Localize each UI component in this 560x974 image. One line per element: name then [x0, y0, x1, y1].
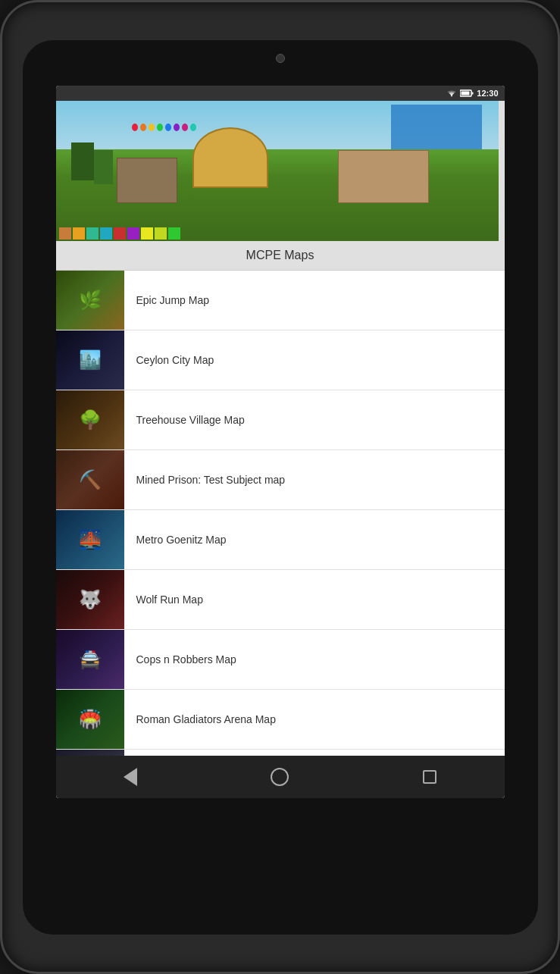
mc-structure1	[117, 158, 177, 203]
mc-water	[391, 105, 482, 150]
color-swatch	[86, 227, 99, 240]
color-swatch	[168, 227, 180, 240]
map-thumbnail: 🏙️	[56, 330, 124, 390]
map-name: Metro Goenitz Map	[124, 534, 505, 546]
bottom-navigation	[56, 756, 505, 798]
list-item[interactable]: 🌳Treehouse Village Map	[56, 390, 505, 450]
recents-button[interactable]	[415, 762, 445, 792]
list-item[interactable]: ⛏️Mined Prison: Test Subject map	[56, 450, 505, 510]
mc-tree2	[94, 150, 113, 184]
list-item[interactable]: 🌉Metro Goenitz Map	[56, 510, 505, 570]
thumbnail-bg: 🌳	[56, 390, 124, 449]
mc-tree1	[71, 142, 94, 180]
content-area: MCPE Maps 🌿Epic Jump Map🏙️Ceylon City Ma…	[56, 241, 505, 756]
balloon	[157, 124, 163, 131]
balloons	[132, 124, 196, 131]
back-button[interactable]	[115, 762, 145, 792]
map-name: Roman Gladiators Arena Map	[124, 713, 505, 725]
balloon	[140, 124, 146, 131]
thumbnail-bg: 🚔	[56, 630, 124, 689]
mc-structure2	[192, 127, 268, 188]
list-item[interactable]: ⚔️Adventure Map	[56, 750, 505, 756]
map-thumbnail: 🚔	[56, 630, 124, 689]
map-thumbnail: 🌳	[56, 390, 124, 449]
scrollbar-track[interactable]	[499, 101, 505, 241]
map-thumbnail: ⛏️	[56, 450, 124, 509]
thumbnail-bg: ⚔️	[56, 750, 124, 756]
battery-icon	[460, 89, 474, 97]
list-item[interactable]: 🏙️Ceylon City Map	[56, 330, 505, 390]
map-list: 🌿Epic Jump Map🏙️Ceylon City Map🌳Treehous…	[56, 271, 505, 756]
color-swatch	[73, 227, 85, 240]
color-swatch	[114, 227, 126, 240]
map-name: Cops n Robbers Map	[124, 653, 505, 666]
map-thumbnail: 🏟️	[56, 690, 124, 749]
map-name: Epic Jump Map	[124, 294, 505, 306]
color-swatch	[141, 227, 153, 240]
list-item[interactable]: 🐺Wolf Run Map	[56, 570, 505, 630]
map-name: Ceylon City Map	[124, 354, 505, 366]
balloon	[165, 124, 171, 131]
map-thumbnail: 🐺	[56, 570, 124, 629]
map-name: Mined Prison: Test Subject map	[124, 474, 505, 486]
thumbnail-bg: 🐺	[56, 570, 124, 629]
balloon	[182, 124, 188, 131]
balloon	[149, 124, 155, 131]
thumbnail-bg: 🏙️	[56, 330, 124, 390]
map-name: Treehouse Village Map	[124, 414, 505, 426]
recents-icon	[423, 770, 436, 784]
front-camera	[276, 54, 285, 63]
status-time: 12:30	[477, 89, 498, 98]
map-thumbnail: 🌿	[56, 271, 124, 330]
home-button[interactable]	[264, 762, 295, 792]
list-item[interactable]: 🏟️Roman Gladiators Arena Map	[56, 690, 505, 750]
balloon	[174, 124, 180, 131]
svg-rect-2	[472, 92, 474, 94]
svg-point-0	[452, 96, 453, 97]
wifi-icon	[446, 89, 457, 97]
device-frame: 12:30	[0, 0, 560, 974]
list-item[interactable]: 🚔Cops n Robbers Map	[56, 630, 505, 690]
screen: 12:30	[56, 86, 505, 798]
color-palette-bar	[56, 226, 505, 241]
home-icon	[271, 768, 289, 786]
hero-pixel-art	[56, 101, 505, 241]
map-thumbnail: 🌉	[56, 510, 124, 569]
list-header: MCPE Maps	[56, 241, 505, 271]
balloon	[190, 124, 196, 131]
thumbnail-bg: 🌉	[56, 510, 124, 569]
list-title: MCPE Maps	[246, 249, 314, 262]
list-item[interactable]: 🌿Epic Jump Map	[56, 271, 505, 330]
back-icon	[124, 768, 137, 786]
thumbnail-bg: 🌿	[56, 271, 124, 330]
balloon	[132, 124, 138, 131]
color-swatch	[59, 227, 71, 240]
thumbnail-bg: 🏟️	[56, 690, 124, 749]
hero-image	[56, 101, 505, 241]
device-inner: 12:30	[23, 40, 538, 935]
svg-rect-3	[461, 91, 470, 95]
status-bar: 12:30	[56, 86, 505, 101]
color-swatch	[100, 227, 112, 240]
mc-structure3	[338, 150, 429, 203]
map-thumbnail: ⚔️	[56, 750, 124, 756]
thumbnail-bg: ⛏️	[56, 450, 124, 509]
color-swatch	[127, 227, 139, 240]
map-name: Wolf Run Map	[124, 593, 505, 606]
color-swatch	[155, 227, 167, 240]
